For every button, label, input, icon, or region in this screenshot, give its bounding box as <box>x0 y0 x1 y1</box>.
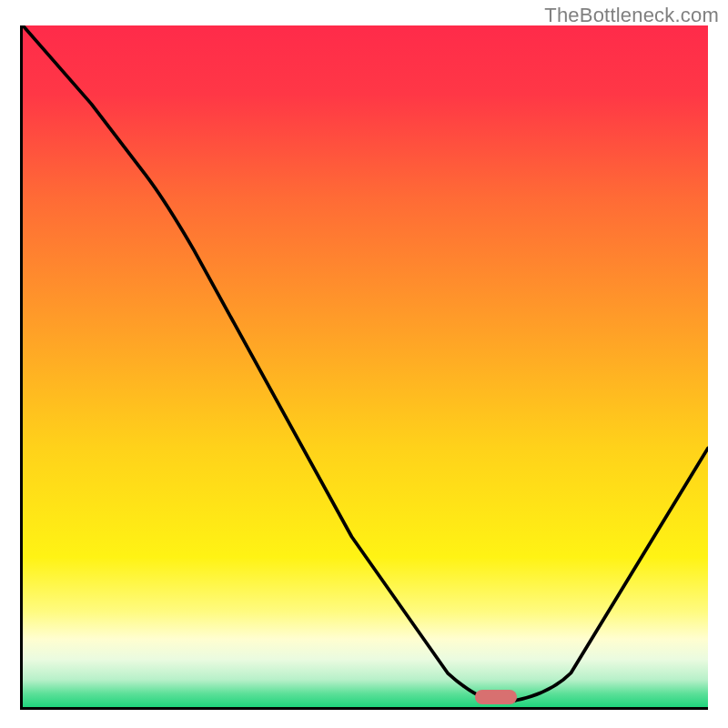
chart-container: TheBottleneck.com <box>0 0 728 728</box>
bottleneck-curve <box>23 25 708 707</box>
plot-area <box>20 25 708 710</box>
optimal-marker <box>475 690 517 704</box>
attribution-text: TheBottleneck.com <box>544 4 719 27</box>
